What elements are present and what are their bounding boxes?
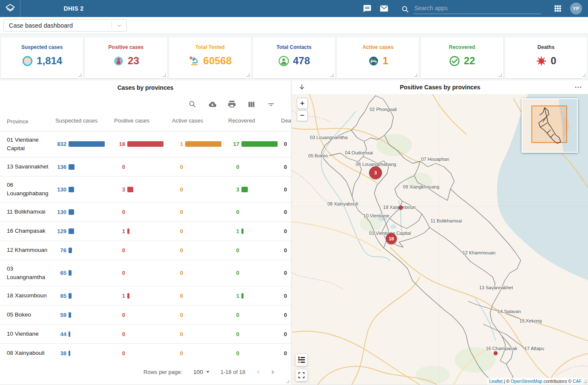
legend-button[interactable]: [295, 354, 307, 366]
mail-icon[interactable]: [379, 4, 389, 13]
active-cell: 0: [172, 247, 228, 254]
prev-page-button[interactable]: ‹: [256, 368, 260, 376]
print-icon[interactable]: [227, 100, 236, 109]
app-title: DHIS 2: [20, 5, 127, 12]
resize-handle[interactable]: [78, 74, 81, 77]
recovered-bar: [241, 141, 278, 147]
chevron-down-icon: [112, 23, 126, 29]
resize-handle[interactable]: [247, 74, 250, 77]
col-header-province[interactable]: Province: [7, 117, 49, 126]
card-title: Recovered: [421, 44, 503, 50]
value-number: 0: [228, 247, 239, 254]
map-title: Positive Cases by provinces: [307, 84, 574, 91]
resize-handle[interactable]: [414, 74, 417, 77]
rows-per-page-select[interactable]: 100: [193, 369, 209, 375]
card-title: Total Tested: [169, 44, 251, 50]
openstreetmap-link[interactable]: OpenStreetMap: [511, 379, 542, 384]
value-number: 3: [114, 186, 125, 193]
province-cell: 12 Khammouan: [7, 246, 49, 254]
card-deaths: Deaths 0: [505, 37, 587, 78]
zoom-out-button[interactable]: −: [297, 110, 308, 121]
value-number: 0: [114, 209, 125, 215]
value-number: 0: [114, 331, 125, 337]
caf-link[interactable]: CAF: [573, 379, 582, 384]
table-row: 01 Vientiane Capital832181170: [0, 131, 291, 157]
leaflet-link[interactable]: Leaflet: [489, 379, 503, 384]
table-row: 06 Louangphabang1303030: [0, 176, 291, 202]
apps-grid-icon[interactable]: [553, 4, 562, 13]
view-columns-icon[interactable]: [247, 100, 256, 109]
value-number: 0: [281, 186, 287, 193]
zoom-control: + −: [297, 98, 308, 121]
value-number: 0: [172, 270, 183, 276]
col-header-active[interactable]: Active cases: [172, 117, 228, 126]
deaths-cell: 0: [281, 247, 291, 254]
suspected-cell: 130: [55, 209, 114, 215]
province-cell: 11 Bolikhamxai: [7, 208, 49, 216]
suspected-bar: [69, 270, 72, 276]
search-apps-input[interactable]: [413, 3, 541, 14]
deaths-cell: 0: [281, 350, 291, 356]
table-body: 01 Vientiane Capital83218117013 Savannak…: [0, 131, 291, 363]
dashboard-selector[interactable]: Case based dashboard: [3, 19, 127, 31]
positive-bar: [127, 187, 133, 192]
infected-person-icon: [113, 55, 124, 67]
province-cell: 10 Vientiane: [7, 330, 49, 338]
download-arrow-icon[interactable]: [297, 83, 307, 92]
next-page-button[interactable]: ›: [271, 368, 275, 376]
deaths-cell: 0: [281, 186, 291, 193]
resize-handle[interactable]: [286, 380, 289, 383]
fullscreen-button[interactable]: [295, 369, 307, 381]
suspected-bar: [69, 351, 70, 356]
fullscreen-icon: [298, 372, 305, 379]
value-number: 0: [228, 331, 239, 337]
contact-person-icon: [278, 55, 290, 67]
user-avatar[interactable]: YP: [570, 3, 582, 14]
resize-handle[interactable]: [163, 74, 166, 77]
overview-minimap[interactable]: [522, 98, 578, 153]
table-toolbar: [0, 91, 291, 111]
active-cell: 0: [172, 270, 228, 276]
table-search-icon[interactable]: [188, 100, 197, 109]
case-dot-marker[interactable]: [399, 205, 403, 210]
active-cell: 0: [172, 350, 228, 356]
case-cluster-marker[interactable]: 3: [369, 166, 382, 179]
resize-handle[interactable]: [499, 74, 502, 77]
suspected-bar: [69, 293, 72, 299]
province-cell: 18 Xaisomboun: [7, 291, 49, 300]
map-province-label: 02 Phongsali: [370, 107, 397, 112]
col-header-deaths[interactable]: Deaths: [281, 117, 291, 126]
resize-handle[interactable]: [583, 380, 586, 383]
zoom-in-button[interactable]: +: [297, 98, 308, 109]
messages-icon[interactable]: [362, 4, 372, 13]
card-active-cases: Active cases 1: [337, 37, 419, 78]
hospital-bed-icon: [368, 55, 379, 67]
col-header-recovered[interactable]: Recovered: [228, 117, 281, 126]
more-options-icon[interactable]: [574, 83, 583, 92]
resize-handle[interactable]: [582, 74, 585, 77]
map-canvas[interactable]: 02 Phongsali03 Louangnamtha04 Oudomxai05…: [292, 94, 588, 385]
value-number: 0: [228, 164, 239, 170]
value-number: 0: [172, 209, 183, 215]
deaths-cell: 0: [281, 331, 291, 337]
case-cluster-marker[interactable]: 18: [386, 233, 397, 244]
resize-handle[interactable]: [330, 74, 333, 77]
recovered-cell: 0: [228, 209, 281, 215]
col-header-suspected[interactable]: Suspected cases: [55, 117, 114, 126]
dhis2-logo[interactable]: [0, 0, 20, 17]
mask-face-icon: [22, 55, 33, 67]
value-number: 0: [114, 270, 125, 276]
filter-icon[interactable]: [266, 100, 275, 109]
active-cell: 0: [172, 164, 228, 170]
col-header-positive[interactable]: Positive cases: [114, 117, 172, 126]
map-province-label: 08 Xainyabouli: [327, 201, 358, 206]
value-number: 1: [228, 228, 239, 234]
pagination-range: 1-18 of 18: [221, 369, 246, 375]
recovered-cell: 0: [228, 164, 281, 170]
download-cloud-icon[interactable]: [207, 100, 217, 109]
card-title: Total Contacts: [253, 44, 335, 50]
value-number: 0: [281, 331, 287, 337]
cases-by-provinces-panel: Cases by provinces: [0, 80, 291, 385]
stat-cards-row: Suspected cases 1,814 Positive cases 23 …: [0, 34, 588, 80]
case-dot-marker[interactable]: [494, 351, 498, 355]
